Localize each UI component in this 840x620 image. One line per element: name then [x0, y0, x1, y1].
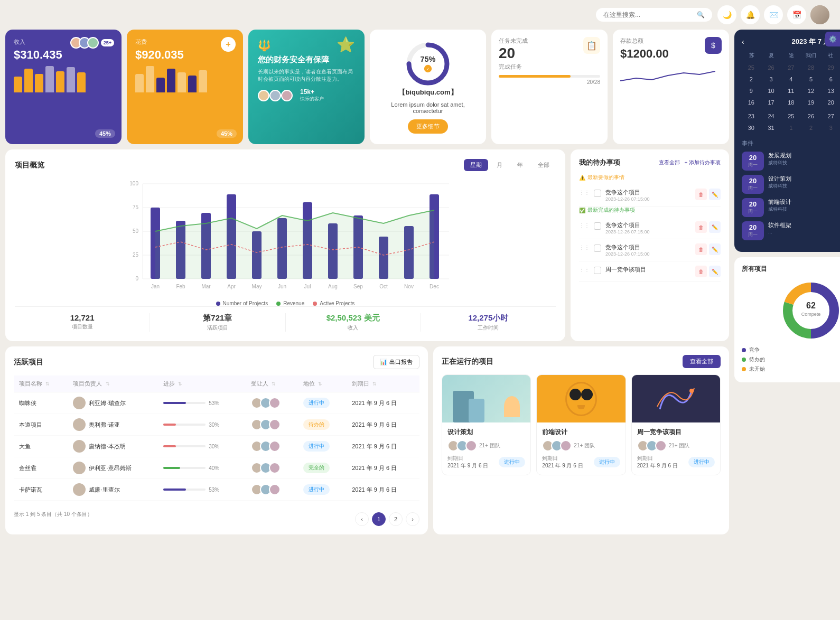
todo-text-area-1: 竞争这个项目 2023-12-26 07:15:00 — [605, 189, 691, 202]
cal-day-cell[interactable]: 16 — [742, 97, 761, 110]
cal-day-cell[interactable]: 31 — [762, 123, 781, 133]
cal-day-cell[interactable]: 26 — [762, 62, 781, 73]
pagination: ‹ 1 2 › — [355, 512, 419, 526]
event-day-name: 周一 — [745, 185, 760, 192]
event-item: 20 周一 软件框架 ... — [742, 221, 840, 240]
add-expense-button[interactable]: + — [221, 37, 236, 52]
cal-day-cell[interactable]: 17 — [762, 97, 781, 110]
svg-text:75: 75 — [133, 204, 139, 210]
cal-day-cell[interactable]: 1 — [781, 123, 800, 133]
events-title: 事件 — [742, 139, 840, 147]
cal-day-cell[interactable]: 24 — [762, 111, 781, 121]
view-all-running-button[interactable]: 查看全部 — [683, 355, 721, 368]
search-box[interactable]: 🔍 — [596, 8, 712, 22]
cal-day-cell[interactable]: 3 — [762, 74, 781, 84]
cal-day-cell[interactable]: 11 — [781, 86, 800, 96]
search-input[interactable] — [603, 11, 693, 18]
cal-prev-button[interactable]: ‹ — [742, 37, 744, 46]
svg-text:0: 0 — [135, 276, 138, 281]
event-item: 20 周一 设计策划 威特科技 中午 12:05 — [742, 175, 840, 194]
cal-day-cell[interactable]: 29 — [822, 62, 840, 73]
cal-day-cell[interactable]: 19 — [801, 97, 820, 110]
cal-day-cell[interactable]: 25 — [742, 62, 761, 73]
cal-day-cell[interactable]: 18 — [781, 97, 800, 110]
mail-button[interactable]: ✉️ — [764, 5, 783, 24]
todo-edit-4[interactable]: ✏️ — [709, 266, 721, 277]
todo-delete-2[interactable]: 🗑 — [695, 221, 707, 233]
cal-day-cell[interactable]: 23 — [742, 111, 761, 121]
notifications-button[interactable]: 🔔 — [741, 5, 760, 24]
sort-name-icon[interactable]: ⇅ — [45, 381, 50, 387]
project-thumb — [442, 375, 530, 422]
stat-active-projects: 第721章 活跃项目 — [150, 313, 285, 332]
sort-due-icon[interactable]: ⇅ — [372, 381, 377, 387]
page-2-button[interactable]: 2 — [389, 512, 403, 526]
todo-edit-1[interactable]: ✏️ — [709, 189, 721, 200]
expense-bars — [135, 66, 235, 92]
page-1-button[interactable]: 1 — [372, 512, 386, 526]
sort-progress-icon[interactable]: ⇅ — [178, 381, 182, 387]
svg-text:Nov: Nov — [404, 284, 414, 289]
cal-day-cell[interactable]: 3 — [822, 123, 840, 133]
project-cards-row: 设计策划 21+ 团队 到期日 2021 年 9 月 6 日 进行中 — [442, 374, 721, 475]
cal-day-cell[interactable]: 13 — [822, 86, 840, 96]
cal-title: 2023 年 7 月 — [792, 37, 830, 46]
cal-day-cell[interactable]: 9 — [742, 86, 761, 96]
todo-edit-3[interactable]: ✏️ — [709, 243, 721, 255]
project-due-info: 到期日 2021 年 9 月 6 日 — [447, 455, 488, 469]
more-detail-button[interactable]: 更多细节 — [408, 119, 448, 134]
cal-day-cell[interactable]: 10 — [762, 86, 781, 96]
project-status-badge: 进行中 — [594, 457, 620, 467]
revenue-card: 收入 $310.435 25+ 45% — [5, 30, 122, 144]
todo-edit-2[interactable]: ✏️ — [709, 221, 721, 233]
cal-day-cell[interactable]: 25 — [781, 111, 800, 121]
cal-day-cell[interactable]: 4 — [781, 74, 800, 84]
todo-delete-3[interactable]: 🗑 — [695, 243, 707, 255]
promo-desc: 长期以来的事实是，读者在查看页面布局时会被页面的可读内容分散注意力。 — [258, 68, 355, 83]
cal-day-cell[interactable]: 2 — [801, 123, 820, 133]
project-thumb — [537, 375, 625, 422]
todo-delete-1[interactable]: 🗑 — [695, 189, 707, 200]
user-avatar[interactable] — [810, 5, 829, 24]
tab-week[interactable]: 星期 — [464, 159, 488, 171]
cal-day-cell[interactable]: 26 — [801, 111, 820, 121]
next-page-button[interactable]: › — [406, 512, 419, 526]
export-button[interactable]: 📊 出口报告 — [373, 355, 419, 369]
main-layout: 收入 $310.435 25+ 45% — [0, 30, 840, 540]
sort-assignee-icon[interactable]: ⇅ — [272, 381, 276, 387]
todo-delete-4[interactable]: 🗑 — [695, 266, 707, 277]
cal-day-cell[interactable]: 28 — [801, 62, 820, 73]
svg-text:Aug: Aug — [328, 284, 338, 289]
view-all-link[interactable]: 查看全部 — [659, 159, 680, 166]
cal-day-cell[interactable]: 5 — [801, 74, 820, 84]
tab-month[interactable]: 月 — [490, 159, 509, 171]
sort-lead-icon[interactable]: ⇅ — [106, 381, 110, 387]
tab-all[interactable]: 全部 — [531, 159, 556, 171]
cal-day-cell[interactable]: 20 — [822, 97, 840, 110]
running-projects-card: 正在运行的项目 查看全部 设计策划 21+ 团队 — [433, 346, 729, 534]
sort-status-icon[interactable]: ⇅ — [318, 381, 322, 387]
legend-projects: Number of Projects — [216, 300, 268, 306]
todo-checkbox-2[interactable] — [594, 222, 601, 230]
legend-label-projects: Number of Projects — [223, 300, 268, 306]
tab-year[interactable]: 年 — [511, 159, 529, 171]
todo-checkbox-3[interactable] — [594, 245, 601, 252]
prev-page-button[interactable]: ‹ — [355, 512, 369, 526]
legend-active: Active Projects — [313, 300, 354, 306]
cal-day-cell[interactable]: 6 — [822, 74, 840, 84]
cal-day-cell[interactable]: 27 — [822, 111, 840, 121]
done-icon: ✅ — [579, 208, 585, 213]
cal-day-cell[interactable]: 2 — [742, 74, 761, 84]
donut-dot-notstarted — [742, 367, 746, 371]
col-status: 地位 ⇅ — [298, 375, 347, 392]
calendar-settings-button[interactable]: ⚙️ — [825, 32, 840, 46]
table-row: 蜘蛛侠 利亚姆·瑞查尔 53% 进行中 2021 年 9 月 6 日 — [14, 392, 419, 414]
add-todo-link[interactable]: + 添加待办事项 — [684, 159, 721, 166]
calendar-button[interactable]: 📅 — [787, 5, 806, 24]
todo-checkbox-4[interactable] — [594, 267, 601, 274]
todo-checkbox-1[interactable] — [594, 190, 601, 197]
theme-toggle-button[interactable]: 🌙 — [717, 5, 736, 24]
cal-day-cell[interactable]: 27 — [781, 62, 800, 73]
cal-day-cell[interactable]: 30 — [742, 123, 761, 133]
cal-day-cell[interactable]: 12 — [801, 86, 820, 96]
